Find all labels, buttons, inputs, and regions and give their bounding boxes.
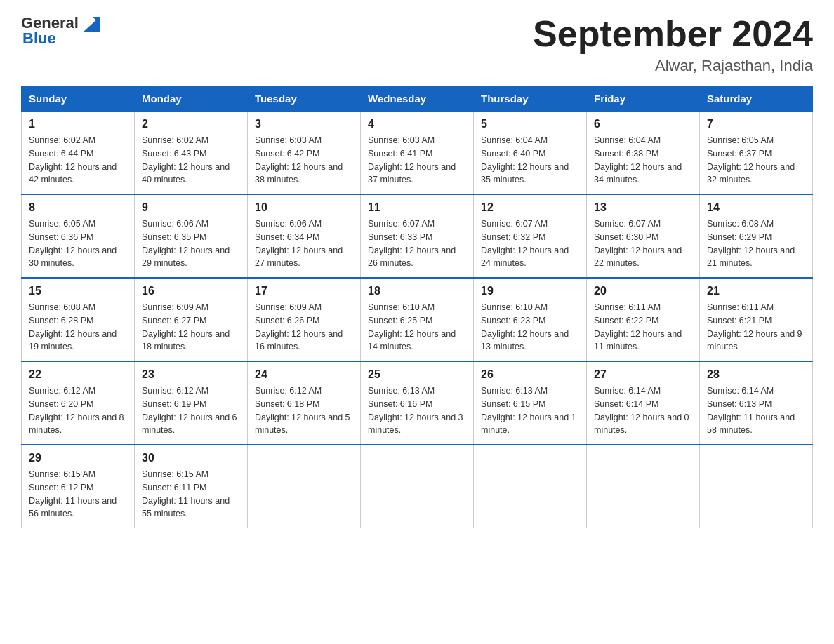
calendar-week-4: 22 Sunrise: 6:12 AMSunset: 6:20 PMDaylig…	[22, 361, 813, 445]
calendar-cell: 21 Sunrise: 6:11 AMSunset: 6:21 PMDaylig…	[700, 278, 813, 361]
calendar-cell	[474, 445, 587, 528]
day-number: 17	[255, 283, 353, 300]
day-info: Sunrise: 6:08 AMSunset: 6:29 PMDaylight:…	[707, 219, 795, 268]
calendar-cell: 12 Sunrise: 6:07 AMSunset: 6:32 PMDaylig…	[474, 194, 587, 278]
calendar-cell: 19 Sunrise: 6:10 AMSunset: 6:23 PMDaylig…	[474, 278, 587, 361]
day-number: 16	[142, 283, 240, 300]
day-number: 8	[29, 199, 127, 216]
day-number: 12	[481, 199, 579, 216]
calendar-cell: 27 Sunrise: 6:14 AMSunset: 6:14 PMDaylig…	[587, 361, 700, 445]
calendar-cell: 8 Sunrise: 6:05 AMSunset: 6:36 PMDayligh…	[22, 194, 135, 278]
calendar-cell: 22 Sunrise: 6:12 AMSunset: 6:20 PMDaylig…	[22, 361, 135, 445]
col-header-sunday: Sunday	[22, 87, 135, 112]
calendar-cell: 25 Sunrise: 6:13 AMSunset: 6:16 PMDaylig…	[361, 361, 474, 445]
day-number: 28	[707, 366, 805, 383]
calendar-cell: 23 Sunrise: 6:12 AMSunset: 6:19 PMDaylig…	[135, 361, 248, 445]
calendar-cell: 11 Sunrise: 6:07 AMSunset: 6:33 PMDaylig…	[361, 194, 474, 278]
day-number: 27	[594, 366, 692, 383]
day-number: 29	[29, 450, 127, 467]
page-header: General Blue September 2024 Alwar, Rajas…	[21, 14, 813, 75]
day-info: Sunrise: 6:12 AMSunset: 6:19 PMDaylight:…	[142, 386, 237, 435]
calendar-cell: 6 Sunrise: 6:04 AMSunset: 6:38 PMDayligh…	[587, 111, 700, 194]
day-number: 4	[368, 116, 466, 133]
col-header-thursday: Thursday	[474, 87, 587, 112]
calendar-cell: 30 Sunrise: 6:15 AMSunset: 6:11 PMDaylig…	[135, 445, 248, 528]
calendar-cell: 7 Sunrise: 6:05 AMSunset: 6:37 PMDayligh…	[700, 111, 813, 194]
calendar-cell: 16 Sunrise: 6:09 AMSunset: 6:27 PMDaylig…	[135, 278, 248, 361]
calendar-table: SundayMondayTuesdayWednesdayThursdayFrid…	[21, 86, 813, 528]
day-number: 2	[142, 116, 240, 133]
calendar-header-row: SundayMondayTuesdayWednesdayThursdayFrid…	[22, 87, 813, 112]
day-info: Sunrise: 6:08 AMSunset: 6:28 PMDaylight:…	[29, 302, 117, 351]
day-number: 24	[255, 366, 353, 383]
day-number: 22	[29, 366, 127, 383]
calendar-cell: 24 Sunrise: 6:12 AMSunset: 6:18 PMDaylig…	[248, 361, 361, 445]
day-info: Sunrise: 6:13 AMSunset: 6:15 PMDaylight:…	[481, 386, 576, 435]
calendar-cell: 10 Sunrise: 6:06 AMSunset: 6:34 PMDaylig…	[248, 194, 361, 278]
day-number: 6	[594, 116, 692, 133]
calendar-cell: 9 Sunrise: 6:06 AMSunset: 6:35 PMDayligh…	[135, 194, 248, 278]
calendar-week-2: 8 Sunrise: 6:05 AMSunset: 6:36 PMDayligh…	[22, 194, 813, 278]
day-info: Sunrise: 6:12 AMSunset: 6:20 PMDaylight:…	[29, 386, 124, 435]
day-info: Sunrise: 6:05 AMSunset: 6:37 PMDaylight:…	[707, 135, 795, 185]
day-info: Sunrise: 6:07 AMSunset: 6:32 PMDaylight:…	[481, 219, 569, 268]
day-info: Sunrise: 6:11 AMSunset: 6:22 PMDaylight:…	[594, 302, 682, 351]
calendar-cell: 20 Sunrise: 6:11 AMSunset: 6:22 PMDaylig…	[587, 278, 700, 361]
day-number: 21	[707, 283, 805, 300]
day-number: 18	[368, 283, 466, 300]
day-info: Sunrise: 6:12 AMSunset: 6:18 PMDaylight:…	[255, 386, 350, 435]
calendar-cell: 18 Sunrise: 6:10 AMSunset: 6:25 PMDaylig…	[361, 278, 474, 361]
calendar-cell: 3 Sunrise: 6:03 AMSunset: 6:42 PMDayligh…	[248, 111, 361, 194]
day-number: 26	[481, 366, 579, 383]
logo-blue-text: Blue	[22, 29, 56, 48]
calendar-week-1: 1 Sunrise: 6:02 AMSunset: 6:44 PMDayligh…	[22, 111, 813, 194]
day-number: 25	[368, 366, 466, 383]
title-area: September 2024 Alwar, Rajasthan, India	[533, 14, 813, 75]
day-number: 14	[707, 199, 805, 216]
day-info: Sunrise: 6:10 AMSunset: 6:23 PMDaylight:…	[481, 302, 569, 351]
month-title: September 2024	[533, 14, 813, 54]
calendar-cell	[700, 445, 813, 528]
day-info: Sunrise: 6:07 AMSunset: 6:30 PMDaylight:…	[594, 219, 682, 268]
location-text: Alwar, Rajasthan, India	[533, 57, 813, 75]
day-number: 13	[594, 199, 692, 216]
calendar-week-3: 15 Sunrise: 6:08 AMSunset: 6:28 PMDaylig…	[22, 278, 813, 361]
logo-icon	[80, 14, 100, 32]
col-header-monday: Monday	[135, 87, 248, 112]
day-info: Sunrise: 6:09 AMSunset: 6:27 PMDaylight:…	[142, 302, 230, 351]
day-info: Sunrise: 6:06 AMSunset: 6:34 PMDaylight:…	[255, 219, 343, 268]
day-number: 5	[481, 116, 579, 133]
day-info: Sunrise: 6:15 AMSunset: 6:11 PMDaylight:…	[142, 469, 230, 518]
day-number: 11	[368, 199, 466, 216]
col-header-wednesday: Wednesday	[361, 87, 474, 112]
col-header-saturday: Saturday	[700, 87, 813, 112]
calendar-cell: 4 Sunrise: 6:03 AMSunset: 6:41 PMDayligh…	[361, 111, 474, 194]
calendar-cell: 26 Sunrise: 6:13 AMSunset: 6:15 PMDaylig…	[474, 361, 587, 445]
day-info: Sunrise: 6:07 AMSunset: 6:33 PMDaylight:…	[368, 219, 456, 268]
calendar-cell: 29 Sunrise: 6:15 AMSunset: 6:12 PMDaylig…	[22, 445, 135, 528]
calendar-cell: 13 Sunrise: 6:07 AMSunset: 6:30 PMDaylig…	[587, 194, 700, 278]
day-info: Sunrise: 6:14 AMSunset: 6:14 PMDaylight:…	[594, 386, 689, 435]
day-info: Sunrise: 6:05 AMSunset: 6:36 PMDaylight:…	[29, 219, 117, 268]
calendar-week-5: 29 Sunrise: 6:15 AMSunset: 6:12 PMDaylig…	[22, 445, 813, 528]
day-info: Sunrise: 6:04 AMSunset: 6:40 PMDaylight:…	[481, 135, 569, 185]
day-number: 15	[29, 283, 127, 300]
day-info: Sunrise: 6:10 AMSunset: 6:25 PMDaylight:…	[368, 302, 456, 351]
calendar-cell	[361, 445, 474, 528]
day-number: 3	[255, 116, 353, 133]
col-header-friday: Friday	[587, 87, 700, 112]
day-number: 7	[707, 116, 805, 133]
day-number: 19	[481, 283, 579, 300]
calendar-cell	[587, 445, 700, 528]
logo: General Blue	[21, 14, 100, 48]
day-info: Sunrise: 6:11 AMSunset: 6:21 PMDaylight:…	[707, 302, 802, 351]
day-info: Sunrise: 6:15 AMSunset: 6:12 PMDaylight:…	[29, 469, 117, 518]
day-info: Sunrise: 6:03 AMSunset: 6:41 PMDaylight:…	[368, 135, 456, 185]
col-header-tuesday: Tuesday	[248, 87, 361, 112]
day-info: Sunrise: 6:13 AMSunset: 6:16 PMDaylight:…	[368, 386, 463, 435]
day-number: 30	[142, 450, 240, 467]
day-number: 20	[594, 283, 692, 300]
day-info: Sunrise: 6:14 AMSunset: 6:13 PMDaylight:…	[707, 386, 795, 435]
day-info: Sunrise: 6:06 AMSunset: 6:35 PMDaylight:…	[142, 219, 230, 268]
calendar-cell: 15 Sunrise: 6:08 AMSunset: 6:28 PMDaylig…	[22, 278, 135, 361]
